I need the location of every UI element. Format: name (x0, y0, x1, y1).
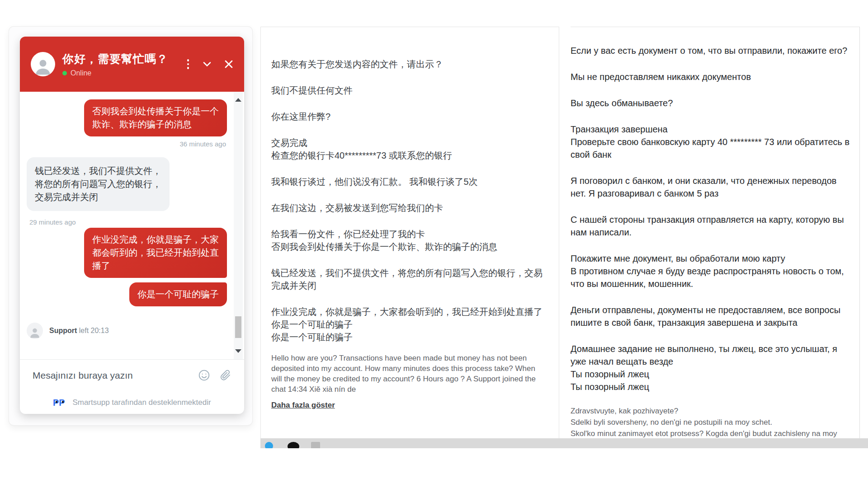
transcript-paragraph: 作业没完成，你就是骗子，大家都会听到的，我已经开始到处直播了 你是一个可耻的骗子… (271, 305, 546, 343)
translation-paragraph: Домашнее задание не выполнено, ты лжец, … (571, 343, 850, 393)
message-input[interactable]: Mesajınızı buraya yazın (33, 370, 198, 381)
translation-paragraph: Покажите мне документ, вы обработали мою… (571, 252, 850, 290)
translation-paragraph: Деньги отправлены, документы не предоста… (571, 304, 850, 329)
message-input-row: Mesajınızı buraya yazın (20, 359, 244, 391)
online-label: Online (71, 69, 91, 77)
bottom-strip (260, 438, 868, 448)
transliteration-note: Zdravstvuyte, kak pozhivayete? Sdelki by… (571, 405, 850, 439)
footer-link[interactable]: Smartsupp tarafından desteklenmektedir (72, 398, 211, 407)
scrollbar[interactable] (234, 92, 243, 359)
transcript-paragraph: 如果您有关于您发送内容的文件，请出示？ (271, 58, 546, 70)
messages-area: 否则我会到处传播关于你是一个 欺诈、欺诈的骗子的消息 36 minutes ag… (20, 92, 244, 359)
transcript-paragraph: 给我看一份文件，你已经处理了我的卡 否则我会到处传播关于你是一个欺诈、欺诈的骗子… (271, 228, 546, 253)
show-more-link[interactable]: Daha fazla göster (271, 401, 335, 410)
header-actions (186, 58, 234, 70)
support-detail: left 20:13 (79, 327, 109, 334)
translation-paragraph: Мы не предоставляем никаких документов (571, 70, 850, 83)
transcript-paragraph: 你在这里作弊? (271, 110, 546, 123)
online-status: Online (62, 69, 168, 77)
support-avatar (27, 323, 43, 339)
chat-title: 你好，需要幫忙嗎？ (62, 52, 168, 66)
chat-header: 你好，需要幫忙嗎？ Online (20, 37, 244, 92)
transcript-paragraph: 我和银行谈过，他们说没有汇款。 我和银行谈了5次 (271, 175, 546, 188)
transcript-paragraph: 钱已经发送，我们不提供文件，将您的所有问题写入您的银行，交易 完成并关闭 (271, 267, 546, 292)
outgoing-message: 否则我会到处传播关于你是一个 欺诈、欺诈的骗子的消息 (84, 99, 227, 136)
incoming-message: 钱已经发送，我们不提供文件， 将您的所有问题写入您的银行， 交易完成并关闭 (27, 157, 170, 211)
translation-paragraph: Если у вас есть документ о том, что вы о… (571, 44, 850, 57)
scroll-down-arrow-icon[interactable] (235, 349, 241, 353)
header-text: 你好，需要幫忙嗎？ Online (62, 52, 168, 77)
menu-icon[interactable] (186, 58, 190, 70)
smartsupp-footer: PP Smartsupp tarafından desteklenmektedi… (20, 391, 244, 414)
agent-avatar (31, 52, 55, 76)
attachment-paperclip-icon[interactable] (219, 369, 231, 381)
person-icon (28, 326, 41, 339)
translation-paragraph: С нашей стороны транзакция отправляется … (571, 213, 850, 239)
smartsupp-logo-icon: PP (53, 398, 68, 408)
outgoing-message: 你是一个可耻的骗子 (129, 282, 227, 306)
outgoing-message: 作业没完成，你就是骗子，大家 都会听到的，我已经开始到处直 播了 (84, 228, 227, 278)
translation-paragraph: Вы здесь обманываете? (571, 97, 850, 109)
minimize-chevron-icon[interactable] (203, 61, 212, 67)
online-dot-icon (62, 71, 67, 75)
support-name: Support (49, 327, 77, 334)
clipped-blue-icon (265, 442, 273, 448)
message-timestamp: 29 minutes ago (29, 218, 227, 226)
transcript-paragraph: 交易完成 检查您的银行卡40*********73 或联系您的银行 (271, 136, 546, 162)
transcript-paragraph: 在我们这边，交易被发送到您写给我们的卡 (271, 202, 546, 214)
emoji-icon[interactable] (198, 369, 210, 381)
translation-paragraph: Транзакция завершена Проверьте свою банк… (571, 123, 850, 161)
scroll-up-arrow-icon[interactable] (235, 98, 241, 102)
chat-widget-container: 你好，需要幫忙嗎？ Online 否则我会到处传播关于你是一个 欺诈、欺诈的骗子… (9, 27, 252, 425)
scrollbar-thumb[interactable] (235, 316, 241, 338)
transcript-paragraph: 我们不提供任何文件 (271, 84, 546, 97)
transcript-panel: 如果您有关于您发送内容的文件，请出示？ 我们不提供任何文件 你在这里作弊? 交易… (260, 27, 559, 440)
system-event-text: Support left 20:13 (49, 327, 109, 335)
input-actions (198, 369, 231, 381)
clipped-gray-icon (311, 442, 320, 448)
system-event: Support left 20:13 (27, 323, 227, 339)
translation-panel: Если у вас есть документ о том, что вы о… (571, 27, 860, 439)
english-note: Hello how are you? Transactions have bee… (271, 353, 546, 394)
close-icon[interactable] (224, 60, 233, 69)
message-timestamp: 36 minutes ago (27, 140, 226, 148)
clipped-black-icon (288, 442, 299, 448)
translation-paragraph: Я поговорил с банком, и они сказали, что… (571, 174, 850, 200)
person-icon (33, 56, 53, 76)
smartsupp-chat-widget: 你好，需要幫忙嗎？ Online 否则我会到处传播关于你是一个 欺诈、欺诈的骗子… (20, 37, 244, 414)
